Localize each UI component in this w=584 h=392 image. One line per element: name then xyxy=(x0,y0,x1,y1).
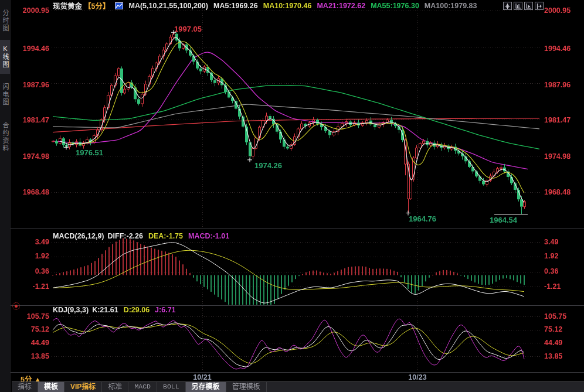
macd-axis-label: 3.49 xyxy=(11,238,49,246)
pane-export-icon[interactable] xyxy=(535,2,544,10)
price-axis-label: 1974.98 xyxy=(544,152,583,161)
macd-diff-value: DIFF:-2.26 xyxy=(108,232,143,240)
indicator-settings-icon[interactable] xyxy=(12,302,20,310)
kdj-axis-label: 13.85 xyxy=(11,352,49,360)
tab-templates[interactable]: 模板 xyxy=(38,382,64,392)
kdj-d-value: D:29.06 xyxy=(124,306,150,314)
price-axis-label: 2000.95 xyxy=(544,6,583,15)
kdj-axis-label: 105.75 xyxy=(544,312,583,321)
price-axis-label: 2000.95 xyxy=(11,6,49,15)
macd-dea-value: DEA:-1.75 xyxy=(148,232,183,240)
sidebar-item-kline-chart[interactable]: K线图 xyxy=(0,40,10,74)
low-annotation: 1974.26 xyxy=(254,161,282,170)
macd-axis-label: 0.36 xyxy=(11,267,49,275)
instrument-title: 现货黄金 xyxy=(53,0,82,11)
kdj-k-value: K:21.61 xyxy=(92,306,118,314)
ma55-value: MA55:1976.30 xyxy=(371,2,419,10)
macd-axis-label: 3.49 xyxy=(544,238,583,246)
scale-axis-icon[interactable] xyxy=(514,2,522,10)
kdj-axis-label: 44.49 xyxy=(544,339,583,347)
macd-axis-label: 1.92 xyxy=(544,252,583,260)
tab-indicators[interactable]: 指标 xyxy=(12,382,38,392)
interval-label: 【5分】 xyxy=(84,0,110,11)
chart-header: 现货黄金 【5分】 MA(5,10,21,55,100,200) MA5:196… xyxy=(53,1,477,10)
kdj-axis-label: 75.12 xyxy=(11,325,49,333)
price-axis-label: 1994.46 xyxy=(544,45,583,53)
price-axis-label: 1968.48 xyxy=(11,188,49,196)
macd-axis-label: -1.21 xyxy=(544,282,583,291)
price-axis-label: 1987.96 xyxy=(544,81,583,89)
price-axis-label: 1994.46 xyxy=(11,45,49,53)
sidebar-item-time-chart[interactable]: 分时图 xyxy=(0,4,10,38)
tab-macd[interactable]: MACD xyxy=(128,382,157,392)
macd-axis-label: -1.21 xyxy=(11,282,49,291)
macd-header: MACD(26,12,9) DIFF:-2.26 DEA:-1.75 MACD:… xyxy=(53,232,229,240)
macd-formula: MACD(26,12,9) xyxy=(53,232,104,240)
ma-formula: MA(5,10,21,55,100,200) xyxy=(128,2,208,10)
ma21-value: MA21:1972.62 xyxy=(317,2,365,10)
x-axis-date: 10/23 xyxy=(400,373,435,381)
indicator-tabbar: 指标 模板 VIP指标 标准 MACD BOLL 另存模板 管理模板 xyxy=(12,381,584,392)
kdj-formula: KDJ(9,3,3) xyxy=(53,306,89,314)
sidebar-item-contract-info[interactable]: 合约资料 xyxy=(0,115,10,159)
price-axis-label: 1968.48 xyxy=(544,188,583,196)
ma100-value: MA100:1979.83 xyxy=(425,2,477,10)
low-annotation: 1964.54 xyxy=(490,216,517,224)
kdj-j-value: J:6.71 xyxy=(155,306,175,314)
kdj-axis-label: 44.49 xyxy=(11,339,49,347)
play-axis-icon[interactable] xyxy=(524,2,533,10)
sidebar-item-lightning-chart[interactable]: 闪电图 xyxy=(0,77,10,111)
line-chart-icon[interactable] xyxy=(115,2,123,9)
macd-macd-value: MACD:-1.01 xyxy=(188,232,229,240)
tab-standard[interactable]: 标准 xyxy=(102,382,128,392)
tab-save-template[interactable]: 另存模板 xyxy=(186,382,226,392)
kdj-axis-label: 75.12 xyxy=(544,325,583,333)
kdj-axis-label: 13.85 xyxy=(544,352,583,360)
price-axis-label: 1981.47 xyxy=(11,116,49,124)
macd-axis-label: 1.92 xyxy=(11,252,49,260)
crosshair-icon[interactable] xyxy=(503,2,512,10)
price-axis-label: 1981.47 xyxy=(544,116,583,124)
price-axis-label: 1987.96 xyxy=(11,81,49,89)
high-annotation: 1997.05 xyxy=(174,25,202,33)
kdj-axis-label: 105.75 xyxy=(11,312,49,321)
tab-vip-indicators[interactable]: VIP指标 xyxy=(64,382,102,392)
tab-boll[interactable]: BOLL xyxy=(157,382,186,392)
ma5-value: MA5:1969.26 xyxy=(213,2,258,10)
left-sidebar: 分时图 K线图 闪电图 合约资料 xyxy=(0,0,11,392)
chart-toolbar xyxy=(503,2,544,10)
x-axis-date: 10/21 xyxy=(185,373,220,381)
macd-axis-label: 0.36 xyxy=(544,267,583,275)
price-axis-label: 1974.98 xyxy=(11,152,49,161)
low-annotation: 1976.51 xyxy=(76,148,103,157)
ma10-value: MA10:1970.46 xyxy=(263,2,312,10)
low-annotation: 1964.76 xyxy=(409,214,436,223)
tab-manage-template[interactable]: 管理模板 xyxy=(226,382,267,392)
kdj-header: KDJ(9,3,3) K:21.61 D:29.06 J:6.71 xyxy=(53,306,176,314)
